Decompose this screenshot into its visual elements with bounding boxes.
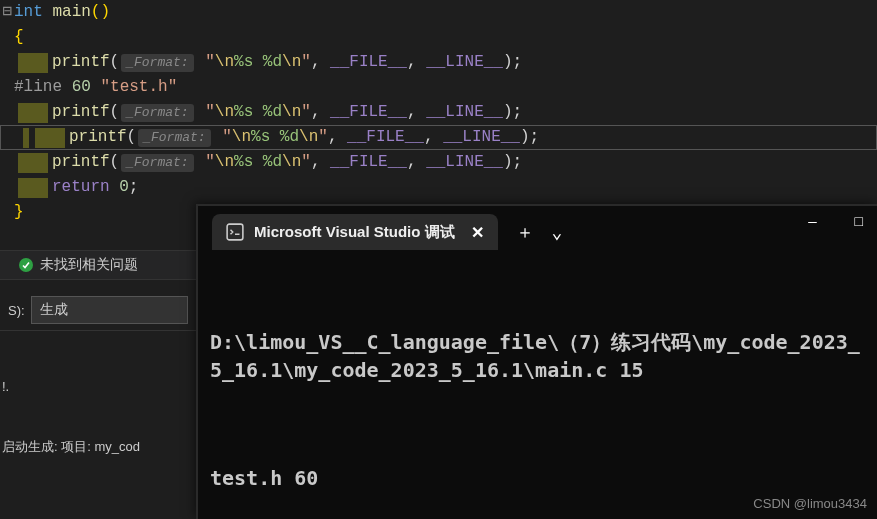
- preproc-num: 60: [72, 75, 91, 100]
- output-panel: S): 生成 !. 启动生成: 项目: my_cod 023_5_16.1.vc…: [0, 290, 196, 519]
- indent-marker: [18, 153, 48, 173]
- terminal-output-line: test.h 60: [210, 464, 865, 492]
- indent-marker: [23, 128, 29, 148]
- code-line-current[interactable]: printf ( _Format: "\n%s %d\n" , __FILE__…: [0, 125, 877, 150]
- window-controls: — □: [808, 214, 863, 230]
- code-editor[interactable]: ⊟ int main () { printf ( _Format: "\n%s …: [0, 0, 877, 225]
- output-body[interactable]: !. 启动生成: 项目: my_cod 023_5_16.1.vcxproj -…: [0, 331, 196, 519]
- close-brace: }: [14, 200, 24, 225]
- output-source-dropdown[interactable]: 生成: [31, 296, 188, 324]
- maximize-icon[interactable]: □: [855, 214, 863, 230]
- terminal-output-line: D:\limou_VS__C_language_file\（7）练习代码\my_…: [210, 328, 865, 384]
- minimize-icon[interactable]: —: [808, 214, 816, 230]
- open-brace: {: [14, 25, 24, 50]
- func-printf: printf: [52, 50, 110, 75]
- output-label: S):: [8, 303, 25, 318]
- code-line[interactable]: printf ( _Format: "\n%s %d\n" , __FILE__…: [0, 50, 877, 75]
- output-line: 启动生成: 项目: my_cod: [2, 437, 194, 457]
- indent-marker: [18, 53, 48, 73]
- param-hint: _Format:: [121, 54, 193, 72]
- code-line[interactable]: printf ( _Format: "\n%s %d\n" , __FILE__…: [0, 100, 877, 125]
- fold-minus-icon[interactable]: ⊟: [0, 0, 14, 25]
- file-macro: __FILE__: [330, 50, 407, 75]
- check-circle-icon: [18, 257, 34, 273]
- svg-rect-1: [227, 224, 243, 240]
- output-line: !.: [2, 377, 194, 397]
- tab-dropdown-icon[interactable]: ⌄: [552, 221, 563, 243]
- terminal-tab-controls: ＋ ⌄: [516, 220, 563, 244]
- code-line[interactable]: {: [0, 25, 877, 50]
- close-tab-icon[interactable]: ✕: [471, 223, 484, 242]
- issues-text: 未找到相关问题: [40, 256, 138, 274]
- preproc-line: #line: [14, 75, 62, 100]
- keyword-int: int: [14, 0, 43, 25]
- code-line[interactable]: printf ( _Format: "\n%s %d\n" , __FILE__…: [0, 150, 877, 175]
- code-line[interactable]: return 0 ;: [0, 175, 877, 200]
- new-tab-icon[interactable]: ＋: [516, 220, 534, 244]
- indent-marker: [35, 128, 65, 148]
- return-keyword: return: [52, 175, 110, 200]
- terminal-tab-title: Microsoft Visual Studio 调试: [254, 223, 455, 242]
- output-header: S): 生成: [0, 290, 196, 331]
- output-dropdown-value: 生成: [40, 301, 68, 317]
- line-macro: __LINE__: [426, 50, 503, 75]
- terminal-titlebar[interactable]: Microsoft Visual Studio 调试 ✕ ＋ ⌄ — □: [198, 206, 877, 258]
- terminal-icon: [226, 223, 244, 241]
- terminal-body[interactable]: D:\limou_VS__C_language_file\（7）练习代码\my_…: [198, 258, 877, 519]
- code-line[interactable]: ⊟ int main (): [0, 0, 877, 25]
- return-value: 0: [119, 175, 129, 200]
- debug-console-window: Microsoft Visual Studio 调试 ✕ ＋ ⌄ — □ D:\…: [196, 204, 877, 519]
- preproc-str: "test.h": [100, 75, 177, 100]
- watermark: CSDN @limou3434: [753, 496, 867, 511]
- indent-marker: [18, 103, 48, 123]
- func-main: main: [52, 0, 90, 25]
- code-line[interactable]: #line 60 "test.h": [0, 75, 877, 100]
- terminal-tab[interactable]: Microsoft Visual Studio 调试 ✕: [212, 214, 498, 250]
- indent-marker: [18, 178, 48, 198]
- parens: (): [91, 0, 110, 25]
